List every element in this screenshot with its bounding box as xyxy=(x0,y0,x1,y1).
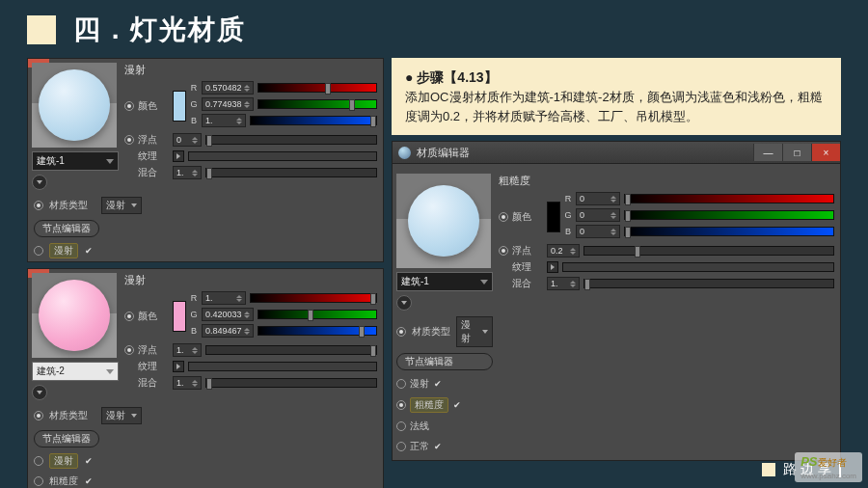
channel-g-label: G xyxy=(190,310,198,319)
g-value-input[interactable]: 0.420033 xyxy=(202,308,254,321)
tab-normal[interactable]: 法线 xyxy=(410,420,429,433)
g-value-input[interactable]: 0.774938 xyxy=(202,97,254,111)
check-icon: ✔ xyxy=(84,246,94,256)
color-swatch[interactable] xyxy=(173,301,186,332)
texture-expand-button[interactable] xyxy=(547,261,558,273)
texture-label: 纹理 xyxy=(138,149,169,163)
b-slider[interactable] xyxy=(250,116,377,125)
float-input[interactable]: 0 xyxy=(173,133,202,147)
float-slider[interactable] xyxy=(205,345,377,355)
channel-b-label: B xyxy=(190,326,198,336)
mix-input[interactable]: 1. xyxy=(547,277,580,290)
preview-options-button[interactable] xyxy=(32,385,47,400)
mix-label: 混合 xyxy=(138,376,169,390)
color-radio[interactable] xyxy=(124,312,134,321)
tab-diffuse[interactable]: 漫射 xyxy=(49,243,78,258)
texture-slot[interactable] xyxy=(188,362,377,371)
texture-slot[interactable] xyxy=(562,262,834,272)
float-radio[interactable] xyxy=(499,246,508,256)
channel-r-label: R xyxy=(190,293,198,303)
float-slider[interactable] xyxy=(205,135,377,145)
b-value-input[interactable]: 0 xyxy=(576,225,620,238)
b-value-input[interactable]: 0.849467 xyxy=(202,324,254,338)
tab-radio[interactable] xyxy=(396,442,406,451)
mat-type-radio[interactable] xyxy=(34,411,43,420)
tab-diffuse[interactable]: 漫射 xyxy=(410,377,429,391)
node-editor-button[interactable]: 节点编辑器 xyxy=(34,220,99,237)
check-icon: ✔ xyxy=(84,456,94,466)
window-titlebar[interactable]: 材质编辑器 — □ × xyxy=(393,142,840,164)
tab-diffuse[interactable]: 漫射 xyxy=(49,453,78,469)
preview-options-button[interactable] xyxy=(32,175,47,190)
color-radio[interactable] xyxy=(499,212,508,222)
section-title: 漫射 xyxy=(124,63,377,77)
b-slider[interactable] xyxy=(624,227,834,236)
section-title: 粗糙度 xyxy=(499,174,834,188)
mat-type-radio[interactable] xyxy=(396,327,406,337)
window-close-button[interactable]: × xyxy=(811,144,840,161)
float-input[interactable]: 0.2 xyxy=(547,244,580,258)
mix-slider[interactable] xyxy=(205,378,377,388)
g-slider[interactable] xyxy=(258,99,377,109)
material-name-text: 建筑-1 xyxy=(37,154,65,168)
tab-default[interactable]: 正常 xyxy=(410,440,429,453)
channel-g-label: G xyxy=(190,99,198,109)
section-title: 漫射 xyxy=(124,273,377,287)
float-slider[interactable] xyxy=(583,246,834,256)
tab-roughness[interactable]: 粗糙度 xyxy=(410,397,448,413)
float-radio[interactable] xyxy=(124,135,134,145)
preview-options-button[interactable] xyxy=(396,295,412,311)
texture-expand-button[interactable] xyxy=(173,150,184,162)
tab-roughness[interactable]: 粗糙度 xyxy=(49,474,78,488)
r-value-input[interactable]: 0 xyxy=(576,192,620,205)
texture-slot[interactable] xyxy=(188,151,377,161)
window-maximize-button[interactable]: □ xyxy=(782,144,811,161)
mix-label: 混合 xyxy=(138,166,169,179)
material-name-text: 建筑-2 xyxy=(37,365,65,378)
material-preview-sphere xyxy=(396,174,491,268)
tab-radio[interactable] xyxy=(396,379,406,389)
mat-type-select[interactable]: 漫射 xyxy=(456,316,493,347)
texture-expand-button[interactable] xyxy=(173,361,184,372)
b-value-input[interactable]: 1. xyxy=(202,114,246,127)
color-swatch[interactable] xyxy=(547,202,560,232)
mix-input[interactable]: 1. xyxy=(173,166,202,179)
float-radio[interactable] xyxy=(124,345,134,355)
node-editor-button[interactable]: 节点编辑器 xyxy=(34,430,99,447)
mat-type-select[interactable]: 漫射 xyxy=(101,407,142,424)
material-editor-window: 材质编辑器 — □ × 建筑-1 xyxy=(392,141,841,461)
mat-type-label: 材质类型 xyxy=(49,199,95,212)
r-value-input[interactable]: 0.570482 xyxy=(202,81,254,95)
b-slider[interactable] xyxy=(258,326,377,336)
r-value-input[interactable]: 1. xyxy=(202,291,246,305)
mix-input[interactable]: 1. xyxy=(173,376,202,390)
tab-radio[interactable] xyxy=(34,456,43,466)
window-minimize-button[interactable]: — xyxy=(753,144,782,161)
tab-radio[interactable] xyxy=(396,421,406,431)
page-title: 四 . 灯光材质 xyxy=(73,12,246,48)
material-name-field[interactable]: 建筑-1 xyxy=(396,272,493,291)
mix-slider[interactable] xyxy=(205,168,377,177)
mix-label: 混合 xyxy=(512,277,543,290)
material-panel-a: 建筑-1 漫射 颜色 R0.570482 G0.774938 B1 xyxy=(27,58,384,262)
tab-radio[interactable] xyxy=(34,246,43,256)
mat-type-radio[interactable] xyxy=(34,201,43,210)
node-editor-button[interactable]: 节点编辑器 xyxy=(396,353,493,370)
mix-slider[interactable] xyxy=(583,279,834,288)
r-slider[interactable] xyxy=(624,194,834,203)
material-name-field[interactable]: 建筑-1 xyxy=(32,151,119,171)
r-slider[interactable] xyxy=(250,293,377,303)
color-radio[interactable] xyxy=(124,101,134,111)
g-value-input[interactable]: 0 xyxy=(576,208,620,222)
material-name-field[interactable]: 建筑-2 xyxy=(32,362,119,381)
tab-radio[interactable] xyxy=(396,400,406,410)
mat-type-select[interactable]: 漫射 xyxy=(101,197,142,214)
g-slider[interactable] xyxy=(258,310,377,319)
mat-type-label: 材质类型 xyxy=(49,409,95,422)
r-slider[interactable] xyxy=(258,83,377,93)
channel-r-label: R xyxy=(564,194,572,203)
color-swatch[interactable] xyxy=(173,91,186,122)
tab-radio[interactable] xyxy=(34,476,43,486)
g-slider[interactable] xyxy=(624,210,834,220)
float-input[interactable]: 1. xyxy=(173,343,202,357)
